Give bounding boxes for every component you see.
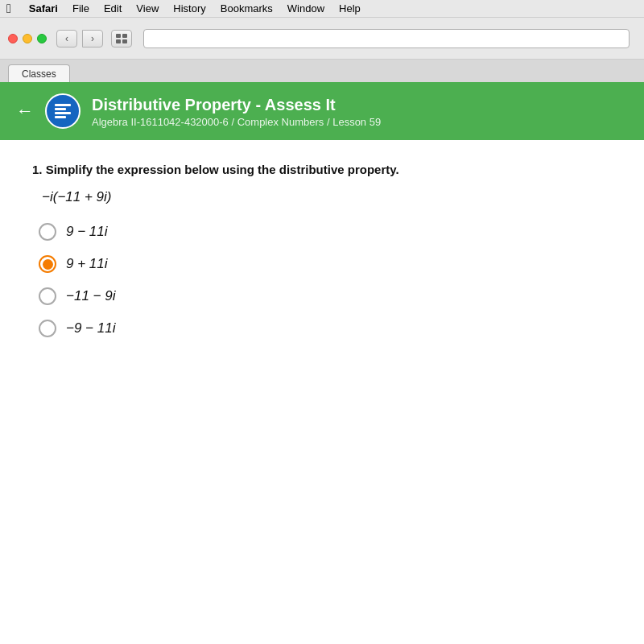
lesson-title-block: Distributive Property - Assess It Algebr… — [92, 95, 381, 128]
icon-line-2 — [55, 108, 66, 110]
svg-rect-0 — [116, 34, 121, 38]
browser-toolbar: ‹ › — [0, 18, 644, 60]
option-b-label: 9 + 11i — [66, 256, 108, 272]
svg-rect-2 — [116, 39, 121, 43]
forward-nav-button[interactable]: › — [82, 30, 103, 47]
minimize-button[interactable] — [23, 34, 32, 43]
option-b[interactable]: 9 + 11i — [39, 255, 612, 273]
url-input[interactable] — [143, 29, 630, 48]
radio-b[interactable] — [39, 255, 56, 273]
radio-b-fill — [43, 259, 53, 270]
option-d[interactable]: −9 − 11i — [39, 320, 612, 337]
menu-file[interactable]: File — [72, 2, 89, 14]
option-c-label: −11 − 9i — [66, 288, 115, 304]
menu-help[interactable]: Help — [339, 2, 361, 14]
menu-bookmarks[interactable]: Bookmarks — [221, 2, 273, 14]
lesson-subtitle: Algebra II-1611042-432000-6 / Complex Nu… — [92, 116, 381, 128]
icon-line-1 — [55, 104, 71, 106]
question-expression: −i(−11 + 9i) — [32, 189, 612, 205]
radio-c[interactable] — [39, 287, 56, 305]
answer-options: 9 − 11i 9 + 11i −11 − 9i −9 − — [32, 223, 612, 337]
tab-label: Classes — [22, 68, 56, 80]
apple-menu[interactable]:  — [6, 2, 11, 16]
maximize-button[interactable] — [37, 34, 47, 43]
radio-a[interactable] — [39, 223, 56, 241]
question-area: 1. Simplify the expression below using t… — [0, 140, 644, 644]
address-bar[interactable] — [143, 29, 630, 48]
icon-line-3 — [55, 112, 71, 114]
menu-safari[interactable]: Safari — [29, 2, 58, 14]
menu-window[interactable]: Window — [287, 2, 324, 14]
question-prompt: Simplify the expression below using the … — [46, 163, 399, 176]
lesson-title: Distributive Property - Assess It — [92, 95, 381, 114]
lesson-icon — [45, 93, 80, 129]
close-button[interactable] — [8, 34, 18, 43]
lesson-back-button[interactable]: ← — [16, 101, 34, 122]
browser-window: ‹ › Classes ← — [0, 18, 644, 644]
option-a[interactable]: 9 − 11i — [39, 223, 612, 241]
menu-bar:  Safari File Edit View History Bookmark… — [0, 0, 644, 18]
menu-history[interactable]: History — [173, 2, 205, 14]
active-tab[interactable]: Classes — [8, 64, 70, 82]
tab-strip: Classes — [0, 60, 644, 82]
icon-line-4 — [55, 116, 66, 118]
page-content: ← Distributive Property - Assess It Alge… — [0, 82, 644, 644]
tab-overview-button[interactable] — [111, 30, 132, 47]
svg-rect-1 — [122, 34, 127, 38]
traffic-lights — [8, 34, 47, 43]
menu-edit[interactable]: Edit — [104, 2, 122, 14]
option-c[interactable]: −11 − 9i — [39, 287, 612, 305]
menu-view[interactable]: View — [136, 2, 159, 14]
svg-rect-3 — [122, 39, 127, 43]
question-number: 1. — [32, 163, 43, 176]
radio-d[interactable] — [39, 320, 56, 337]
option-d-label: −9 − 11i — [66, 320, 115, 336]
option-a-label: 9 − 11i — [66, 224, 108, 240]
question-header: 1. Simplify the expression below using t… — [32, 163, 612, 176]
lesson-header: ← Distributive Property - Assess It Alge… — [0, 82, 644, 140]
back-nav-button[interactable]: ‹ — [56, 30, 77, 47]
